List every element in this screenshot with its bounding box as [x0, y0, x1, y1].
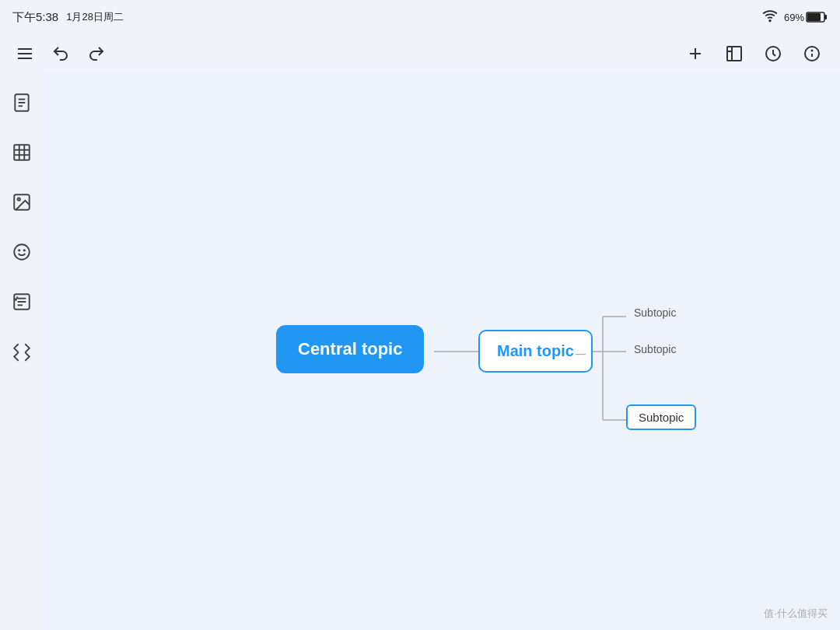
status-date: 1月28日周二: [66, 10, 124, 24]
top-toolbar: [0, 34, 840, 73]
sidebar-collapse-icon[interactable]: [8, 338, 36, 366]
status-time: 下午5:38: [12, 10, 58, 25]
menu-button[interactable]: [12, 41, 37, 66]
svg-rect-9: [727, 47, 741, 61]
subtopic-2[interactable]: Subtopic: [626, 340, 684, 359]
redo-button[interactable]: [84, 41, 109, 66]
sidebar-emoji-icon[interactable]: [8, 238, 36, 266]
sidebar-table-icon[interactable]: [8, 138, 36, 166]
svg-rect-2: [824, 15, 827, 19]
sidebar-document-icon[interactable]: [8, 89, 36, 117]
svg-point-24: [17, 198, 19, 201]
subtopic-1[interactable]: Subtopic: [626, 303, 684, 322]
wifi-icon: [762, 8, 778, 26]
mindmap: Central topic Main topic Subtopic Subtop…: [268, 227, 735, 476]
clock-button[interactable]: [761, 41, 786, 66]
svg-rect-18: [14, 145, 30, 160]
status-bar: 下午5:38 1月28日周二 69%: [0, 0, 840, 34]
undo-button[interactable]: [48, 41, 73, 66]
svg-point-25: [14, 244, 30, 260]
sidebar-list-icon[interactable]: [8, 288, 36, 316]
svg-rect-3: [807, 13, 821, 21]
add-button[interactable]: [683, 41, 708, 66]
svg-point-0: [769, 20, 771, 22]
subtopic-3[interactable]: Subtopic: [626, 404, 696, 430]
dash-connector: ─: [576, 346, 586, 362]
central-topic-node[interactable]: Central topic: [276, 325, 424, 373]
battery-icon: 69%: [784, 12, 828, 23]
expand-button[interactable]: [722, 41, 747, 66]
canvas[interactable]: Central topic Main topic Subtopic Subtop…: [43, 73, 840, 630]
sidebar: [0, 73, 43, 630]
battery-percent: 69%: [784, 12, 804, 23]
watermark: 值·什么值得买: [764, 607, 828, 621]
sidebar-image-icon[interactable]: [8, 188, 36, 216]
info-button[interactable]: [800, 41, 824, 66]
